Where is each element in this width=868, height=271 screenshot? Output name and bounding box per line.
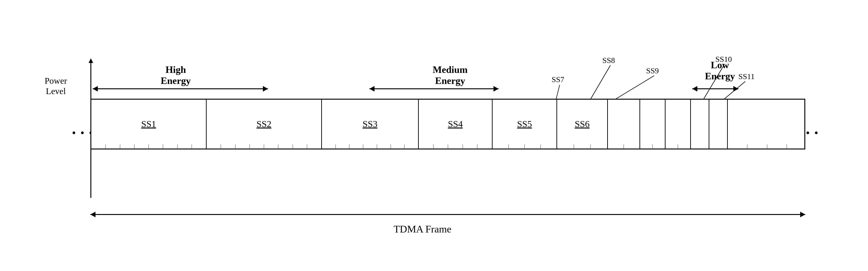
ss10-top-label: SS10 — [715, 55, 732, 64]
ss2-ticks — [207, 100, 321, 149]
ss4-ticks — [419, 100, 492, 149]
ss11-top-label: SS11 — [738, 72, 755, 81]
ss7-slot — [608, 100, 640, 149]
ss10-ticks — [691, 100, 709, 149]
ss1-slot: SS1 — [91, 100, 207, 149]
svg-line-0 — [556, 85, 560, 99]
ss5-slot: SS5 — [493, 100, 557, 149]
main-bar: SS1 SS2 SS3 SS4 — [90, 99, 805, 149]
ss3-ticks — [322, 100, 418, 149]
ss11-slot — [709, 100, 728, 149]
ss11-ticks — [709, 100, 727, 149]
ss7-top-label: SS7 — [552, 75, 564, 84]
tdma-frame-arrow — [90, 214, 805, 215]
ss8-ticks — [640, 100, 665, 149]
high-energy-arrow — [93, 88, 268, 89]
power-level-label: Power Level — [42, 76, 70, 97]
remaining-ticks — [728, 100, 806, 149]
ss5-ticks — [493, 100, 556, 149]
ss8-top-label: SS8 — [602, 56, 615, 65]
tdma-frame-label: TDMA Frame — [353, 223, 492, 235]
remaining-slot — [728, 100, 806, 149]
y-axis-arrow — [89, 58, 93, 63]
ss2-slot: SS2 — [207, 100, 322, 149]
medium-energy-label: Medium Energy — [402, 64, 499, 86]
high-energy-label: High Energy — [130, 64, 222, 86]
ss7-ticks — [608, 100, 640, 149]
ss9-ticks — [665, 100, 690, 149]
ss3-slot: SS3 — [322, 100, 419, 149]
svg-line-2 — [616, 76, 654, 99]
ss1-ticks — [91, 100, 206, 149]
svg-line-1 — [591, 65, 611, 99]
low-energy-arrow — [692, 88, 738, 89]
ss6-slot: SS6 — [557, 100, 608, 149]
ss9-top-label: SS9 — [646, 66, 659, 75]
ss4-slot: SS4 — [419, 100, 493, 149]
ss8-slot — [640, 100, 665, 149]
medium-energy-arrow — [369, 88, 499, 89]
ss6-ticks — [557, 100, 607, 149]
ss9-slot — [665, 100, 691, 149]
ss10-slot — [691, 100, 709, 149]
